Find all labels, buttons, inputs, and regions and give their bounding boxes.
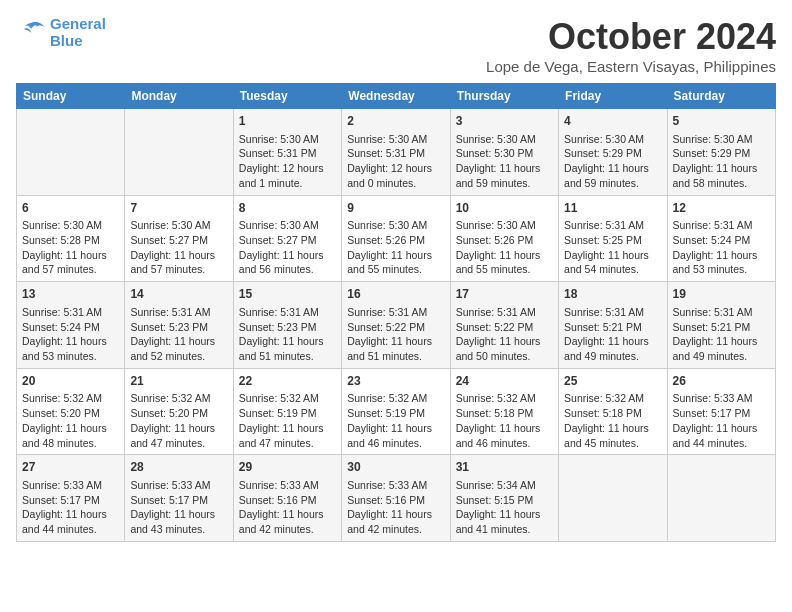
day-number: 14	[130, 286, 227, 303]
day-number: 1	[239, 113, 336, 130]
calendar-cell: 24Sunrise: 5:32 AMSunset: 5:18 PMDayligh…	[450, 368, 558, 455]
day-info: Sunrise: 5:31 AMSunset: 5:24 PMDaylight:…	[673, 218, 770, 277]
day-info: Sunrise: 5:31 AMSunset: 5:24 PMDaylight:…	[22, 305, 119, 364]
weekday-header-monday: Monday	[125, 84, 233, 109]
calendar-cell: 13Sunrise: 5:31 AMSunset: 5:24 PMDayligh…	[17, 282, 125, 369]
calendar-cell: 8Sunrise: 5:30 AMSunset: 5:27 PMDaylight…	[233, 195, 341, 282]
day-number: 31	[456, 459, 553, 476]
calendar-cell: 7Sunrise: 5:30 AMSunset: 5:27 PMDaylight…	[125, 195, 233, 282]
day-number: 27	[22, 459, 119, 476]
day-number: 21	[130, 373, 227, 390]
calendar-cell: 28Sunrise: 5:33 AMSunset: 5:17 PMDayligh…	[125, 455, 233, 542]
week-row-4: 20Sunrise: 5:32 AMSunset: 5:20 PMDayligh…	[17, 368, 776, 455]
week-row-2: 6Sunrise: 5:30 AMSunset: 5:28 PMDaylight…	[17, 195, 776, 282]
calendar-cell: 9Sunrise: 5:30 AMSunset: 5:26 PMDaylight…	[342, 195, 450, 282]
day-number: 6	[22, 200, 119, 217]
calendar-cell: 20Sunrise: 5:32 AMSunset: 5:20 PMDayligh…	[17, 368, 125, 455]
day-number: 18	[564, 286, 661, 303]
day-info: Sunrise: 5:32 AMSunset: 5:18 PMDaylight:…	[456, 391, 553, 450]
day-info: Sunrise: 5:30 AMSunset: 5:26 PMDaylight:…	[347, 218, 444, 277]
weekday-header-friday: Friday	[559, 84, 667, 109]
calendar-cell: 2Sunrise: 5:30 AMSunset: 5:31 PMDaylight…	[342, 109, 450, 196]
day-info: Sunrise: 5:30 AMSunset: 5:28 PMDaylight:…	[22, 218, 119, 277]
day-number: 26	[673, 373, 770, 390]
day-info: Sunrise: 5:30 AMSunset: 5:27 PMDaylight:…	[130, 218, 227, 277]
calendar-cell: 3Sunrise: 5:30 AMSunset: 5:30 PMDaylight…	[450, 109, 558, 196]
day-number: 9	[347, 200, 444, 217]
calendar-cell: 19Sunrise: 5:31 AMSunset: 5:21 PMDayligh…	[667, 282, 775, 369]
calendar-cell: 22Sunrise: 5:32 AMSunset: 5:19 PMDayligh…	[233, 368, 341, 455]
calendar-table: SundayMondayTuesdayWednesdayThursdayFrid…	[16, 83, 776, 542]
weekday-header-thursday: Thursday	[450, 84, 558, 109]
calendar-cell	[125, 109, 233, 196]
day-number: 11	[564, 200, 661, 217]
calendar-cell	[667, 455, 775, 542]
day-number: 3	[456, 113, 553, 130]
day-number: 20	[22, 373, 119, 390]
weekday-header-sunday: Sunday	[17, 84, 125, 109]
logo: General Blue	[16, 16, 106, 49]
day-info: Sunrise: 5:30 AMSunset: 5:29 PMDaylight:…	[673, 132, 770, 191]
day-info: Sunrise: 5:30 AMSunset: 5:27 PMDaylight:…	[239, 218, 336, 277]
calendar-cell: 1Sunrise: 5:30 AMSunset: 5:31 PMDaylight…	[233, 109, 341, 196]
logo-text: General Blue	[50, 16, 106, 49]
day-info: Sunrise: 5:30 AMSunset: 5:30 PMDaylight:…	[456, 132, 553, 191]
day-info: Sunrise: 5:32 AMSunset: 5:19 PMDaylight:…	[347, 391, 444, 450]
day-info: Sunrise: 5:33 AMSunset: 5:16 PMDaylight:…	[239, 478, 336, 537]
calendar-cell: 21Sunrise: 5:32 AMSunset: 5:20 PMDayligh…	[125, 368, 233, 455]
day-number: 30	[347, 459, 444, 476]
day-info: Sunrise: 5:31 AMSunset: 5:22 PMDaylight:…	[347, 305, 444, 364]
day-number: 13	[22, 286, 119, 303]
day-number: 24	[456, 373, 553, 390]
day-number: 17	[456, 286, 553, 303]
day-number: 2	[347, 113, 444, 130]
day-info: Sunrise: 5:31 AMSunset: 5:25 PMDaylight:…	[564, 218, 661, 277]
day-number: 22	[239, 373, 336, 390]
weekday-header-row: SundayMondayTuesdayWednesdayThursdayFrid…	[17, 84, 776, 109]
day-number: 15	[239, 286, 336, 303]
day-info: Sunrise: 5:32 AMSunset: 5:19 PMDaylight:…	[239, 391, 336, 450]
calendar-cell	[17, 109, 125, 196]
logo-icon	[16, 19, 46, 47]
day-info: Sunrise: 5:31 AMSunset: 5:21 PMDaylight:…	[564, 305, 661, 364]
day-info: Sunrise: 5:33 AMSunset: 5:17 PMDaylight:…	[22, 478, 119, 537]
day-number: 10	[456, 200, 553, 217]
day-number: 19	[673, 286, 770, 303]
location: Lope de Vega, Eastern Visayas, Philippin…	[486, 58, 776, 75]
day-number: 12	[673, 200, 770, 217]
day-number: 23	[347, 373, 444, 390]
day-number: 29	[239, 459, 336, 476]
day-number: 28	[130, 459, 227, 476]
day-info: Sunrise: 5:33 AMSunset: 5:17 PMDaylight:…	[130, 478, 227, 537]
day-number: 7	[130, 200, 227, 217]
calendar-cell: 18Sunrise: 5:31 AMSunset: 5:21 PMDayligh…	[559, 282, 667, 369]
day-info: Sunrise: 5:31 AMSunset: 5:21 PMDaylight:…	[673, 305, 770, 364]
day-info: Sunrise: 5:31 AMSunset: 5:23 PMDaylight:…	[239, 305, 336, 364]
day-info: Sunrise: 5:32 AMSunset: 5:20 PMDaylight:…	[130, 391, 227, 450]
calendar-cell: 23Sunrise: 5:32 AMSunset: 5:19 PMDayligh…	[342, 368, 450, 455]
day-info: Sunrise: 5:31 AMSunset: 5:22 PMDaylight:…	[456, 305, 553, 364]
page-header: General Blue October 2024 Lope de Vega, …	[16, 16, 776, 75]
weekday-header-wednesday: Wednesday	[342, 84, 450, 109]
day-info: Sunrise: 5:30 AMSunset: 5:26 PMDaylight:…	[456, 218, 553, 277]
calendar-cell: 14Sunrise: 5:31 AMSunset: 5:23 PMDayligh…	[125, 282, 233, 369]
calendar-cell: 10Sunrise: 5:30 AMSunset: 5:26 PMDayligh…	[450, 195, 558, 282]
calendar-cell: 17Sunrise: 5:31 AMSunset: 5:22 PMDayligh…	[450, 282, 558, 369]
day-number: 4	[564, 113, 661, 130]
day-number: 8	[239, 200, 336, 217]
weekday-header-tuesday: Tuesday	[233, 84, 341, 109]
calendar-cell: 27Sunrise: 5:33 AMSunset: 5:17 PMDayligh…	[17, 455, 125, 542]
day-info: Sunrise: 5:33 AMSunset: 5:16 PMDaylight:…	[347, 478, 444, 537]
weekday-header-saturday: Saturday	[667, 84, 775, 109]
day-info: Sunrise: 5:34 AMSunset: 5:15 PMDaylight:…	[456, 478, 553, 537]
calendar-cell: 26Sunrise: 5:33 AMSunset: 5:17 PMDayligh…	[667, 368, 775, 455]
day-info: Sunrise: 5:33 AMSunset: 5:17 PMDaylight:…	[673, 391, 770, 450]
day-info: Sunrise: 5:30 AMSunset: 5:29 PMDaylight:…	[564, 132, 661, 191]
title-block: October 2024 Lope de Vega, Eastern Visay…	[486, 16, 776, 75]
calendar-cell: 6Sunrise: 5:30 AMSunset: 5:28 PMDaylight…	[17, 195, 125, 282]
calendar-cell: 4Sunrise: 5:30 AMSunset: 5:29 PMDaylight…	[559, 109, 667, 196]
calendar-cell: 15Sunrise: 5:31 AMSunset: 5:23 PMDayligh…	[233, 282, 341, 369]
calendar-cell: 30Sunrise: 5:33 AMSunset: 5:16 PMDayligh…	[342, 455, 450, 542]
calendar-cell: 25Sunrise: 5:32 AMSunset: 5:18 PMDayligh…	[559, 368, 667, 455]
day-info: Sunrise: 5:30 AMSunset: 5:31 PMDaylight:…	[239, 132, 336, 191]
